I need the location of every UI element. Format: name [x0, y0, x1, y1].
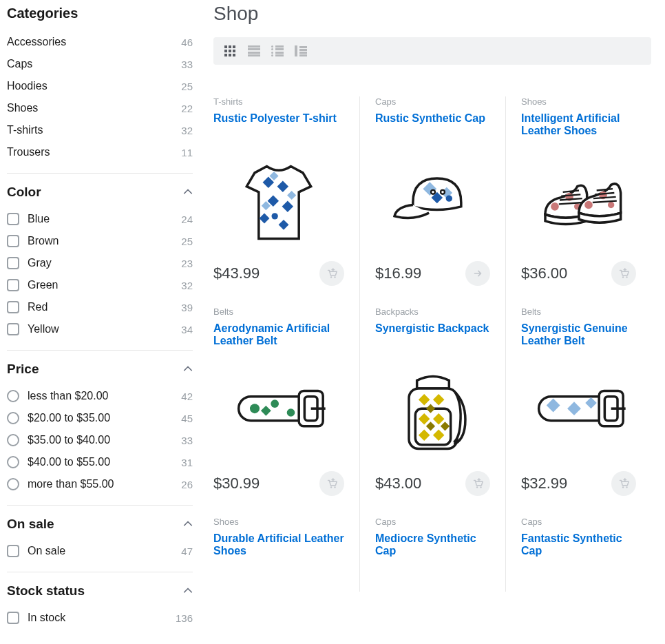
- product-price: $43.00: [375, 475, 421, 492]
- price-row: $32.99: [521, 471, 636, 496]
- main-content: Shop T-shirts: [200, 0, 665, 644]
- product-image[interactable]: [521, 361, 636, 464]
- category-item[interactable]: T-shirts32: [7, 119, 193, 141]
- product-category[interactable]: Belts: [521, 307, 636, 317]
- product-category[interactable]: Caps: [375, 96, 490, 107]
- stock-header[interactable]: Stock status: [7, 583, 193, 599]
- checkbox-icon: [7, 301, 19, 313]
- product-card: Caps Rustic Synthetic Cap $16.99: [359, 96, 505, 307]
- product-category[interactable]: Caps: [521, 517, 636, 527]
- add-to-cart-button[interactable]: [465, 261, 490, 286]
- option-count: 39: [181, 302, 193, 313]
- option-count: 26: [181, 479, 193, 490]
- color-header[interactable]: Color: [7, 185, 193, 200]
- add-to-cart-button[interactable]: [319, 261, 344, 286]
- chevron-up-icon: [183, 187, 193, 197]
- filter-option[interactable]: Gray23: [7, 252, 193, 274]
- category-item[interactable]: Caps33: [7, 53, 193, 75]
- option-label: Green: [28, 279, 58, 291]
- category-item[interactable]: Shoes22: [7, 97, 193, 119]
- filter-option[interactable]: less than $20.0042: [7, 385, 193, 407]
- cart-add-icon: [618, 477, 630, 490]
- product-card: Belts Aerodynamic Artificial Leather Bel…: [213, 307, 359, 517]
- product-name[interactable]: Aerodynamic Artificial Leather Belt: [213, 322, 344, 350]
- price-section: Price less than $20.0042$20.00 to $35.00…: [7, 362, 193, 506]
- price-header[interactable]: Price: [7, 362, 193, 377]
- category-item[interactable]: Accessories46: [7, 31, 193, 53]
- product-image[interactable]: [375, 361, 490, 464]
- view-bulleted-button[interactable]: [271, 45, 284, 56]
- product-name[interactable]: Rustic Polyester T-shirt: [213, 112, 344, 140]
- category-name: Caps: [7, 58, 32, 70]
- add-to-cart-button[interactable]: [319, 471, 344, 496]
- option-label: Brown: [28, 235, 59, 247]
- filter-option[interactable]: Blue24: [7, 208, 193, 230]
- price-title: Price: [7, 362, 39, 377]
- view-detailed-button[interactable]: [295, 45, 307, 56]
- product-category[interactable]: Shoes: [521, 96, 636, 107]
- product-name[interactable]: Intelligent Artificial Leather Shoes: [521, 112, 636, 140]
- category-name: Shoes: [7, 102, 38, 114]
- filter-option[interactable]: In stock136: [7, 607, 193, 629]
- checkbox-icon: [7, 213, 19, 225]
- filter-option[interactable]: Yellow34: [7, 318, 193, 340]
- product-image[interactable]: [213, 361, 344, 464]
- product-price: $36.00: [521, 264, 567, 282]
- arrow-right-icon: [472, 267, 484, 280]
- option-label: In stock: [28, 612, 65, 624]
- product-name[interactable]: Durable Artificial Leather Shoes: [213, 532, 344, 560]
- product-name[interactable]: Rustic Synthetic Cap: [375, 112, 490, 140]
- category-count: 11: [181, 147, 193, 158]
- filter-option[interactable]: Red39: [7, 296, 193, 318]
- product-category[interactable]: T-shirts: [213, 96, 344, 107]
- filter-option[interactable]: $20.00 to $35.0045: [7, 407, 193, 429]
- category-name: T-shirts: [7, 124, 43, 136]
- onsale-header[interactable]: On sale: [7, 517, 193, 532]
- add-to-cart-button[interactable]: [611, 261, 636, 286]
- category-count: 46: [181, 37, 193, 48]
- product-category[interactable]: Caps: [375, 517, 490, 527]
- view-grid-button[interactable]: [224, 45, 237, 56]
- category-item[interactable]: Trousers11: [7, 141, 193, 163]
- product-name[interactable]: Synergistic Backpack: [375, 322, 490, 350]
- product-card: Caps Mediocre Synthetic Cap: [359, 517, 505, 592]
- stock-section: Stock status In stock136: [7, 583, 193, 638]
- option-count: 136: [176, 612, 193, 624]
- option-count: 47: [181, 546, 193, 557]
- option-label: On sale: [28, 545, 65, 557]
- color-title: Color: [7, 185, 41, 200]
- product-category[interactable]: Belts: [213, 307, 344, 317]
- filter-option[interactable]: more than $55.0026: [7, 473, 193, 495]
- option-label: $40.00 to $55.00: [28, 456, 110, 468]
- product-category[interactable]: Backpacks: [375, 307, 490, 317]
- product-name[interactable]: Fantastic Synthetic Cap: [521, 532, 636, 560]
- option-label: less than $20.00: [28, 390, 108, 402]
- product-image[interactable]: [521, 151, 636, 254]
- filter-option[interactable]: Brown25: [7, 230, 193, 252]
- price-row: $36.00: [521, 261, 636, 286]
- product-card: Shoes Durable Artificial Leather Shoes: [213, 517, 359, 592]
- filter-option[interactable]: $35.00 to $40.0033: [7, 429, 193, 451]
- product-name[interactable]: Synergistic Genuine Leather Belt: [521, 322, 636, 350]
- filter-option[interactable]: Green32: [7, 274, 193, 296]
- product-image[interactable]: [375, 151, 490, 254]
- cart-add-icon: [618, 267, 630, 280]
- category-count: 22: [181, 103, 193, 114]
- cart-add-icon: [326, 477, 338, 490]
- view-lines-button[interactable]: [248, 45, 260, 56]
- option-label: Gray: [28, 257, 52, 269]
- chevron-up-icon: [183, 586, 193, 596]
- product-image[interactable]: [213, 151, 344, 254]
- color-section: Color Blue24Brown25Gray23Green32Red39Yel…: [7, 185, 193, 351]
- category-name: Accessories: [7, 36, 66, 48]
- add-to-cart-button[interactable]: [465, 471, 490, 496]
- chevron-up-icon: [183, 364, 193, 374]
- product-category[interactable]: Shoes: [213, 517, 344, 527]
- filter-option[interactable]: On sale47: [7, 540, 193, 562]
- product-name[interactable]: Mediocre Synthetic Cap: [375, 532, 490, 560]
- category-item[interactable]: Hoodies25: [7, 75, 193, 97]
- add-to-cart-button[interactable]: [611, 471, 636, 496]
- product-card: Backpacks Synergistic Backpack $43.00: [359, 307, 505, 517]
- filter-option[interactable]: $40.00 to $55.0031: [7, 451, 193, 473]
- radio-icon: [7, 434, 19, 446]
